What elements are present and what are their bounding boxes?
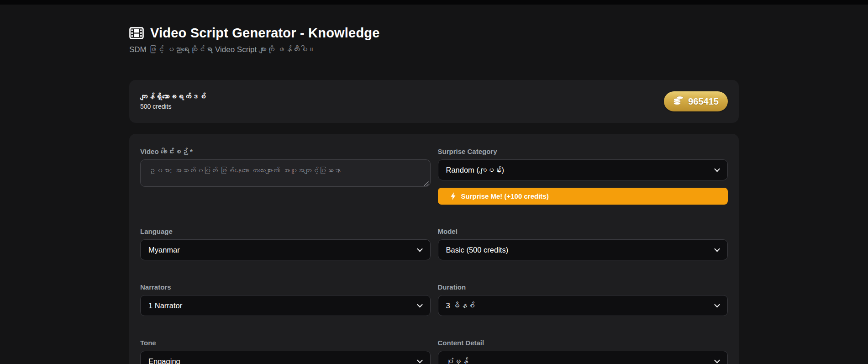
model-select-wrap: Basic (500 credits) <box>438 239 728 260</box>
duration-select-wrap: 3 မိနစ် <box>438 295 728 316</box>
credits-title: ကျန်ရှိသောခရက်ဒစ် <box>140 93 206 101</box>
field-content-detail: Content Detail ပုံမှန် <box>438 339 728 364</box>
credits-info: ကျန်ရှိသောခရက်ဒစ် 500 credits <box>140 93 206 110</box>
duration-select[interactable]: 3 မိနစ် <box>438 295 728 316</box>
page-header: Video Script Generator - Knowledge <box>129 26 739 41</box>
page-title: Video Script Generator - Knowledge <box>150 26 380 41</box>
field-model: Model Basic (500 credits) <box>438 227 728 260</box>
video-title-label: Video ခေါင်းစဉ် * <box>140 148 431 155</box>
credits-balance-badge: 965415 <box>664 91 728 111</box>
video-title-input-wrap <box>140 159 431 189</box>
credits-balance-value: 965415 <box>688 96 719 107</box>
content-detail-select[interactable]: ပုံမှန် <box>438 351 728 364</box>
video-title-input[interactable] <box>140 159 431 187</box>
coins-icon <box>673 95 684 107</box>
field-duration: Duration 3 မိနစ် <box>438 283 728 316</box>
narrators-label: Narrators <box>140 283 431 291</box>
language-select[interactable]: Myanmar <box>140 239 431 260</box>
field-tone: Tone Engaging <box>140 339 431 364</box>
narrators-select[interactable]: 1 Narrator <box>140 295 431 316</box>
field-surprise-category: Surprise Category Random (ကျပန်း) Surpri… <box>438 148 728 205</box>
top-edge-strip <box>0 0 868 5</box>
credits-card: ကျန်ရှိသောခရက်ဒစ် 500 credits 965415 <box>129 80 739 123</box>
surprise-me-button-label: Surprise Me! (+100 credits) <box>461 192 549 200</box>
tone-label: Tone <box>140 339 431 347</box>
page-subtitle: SDM ဖြင့် ပညာရေးဆိုင်ရာ Video Script မျာ… <box>129 45 739 54</box>
generator-form-card: Video ခေါင်းစဉ် * Surprise Category Rand… <box>129 134 739 364</box>
content-detail-label: Content Detail <box>438 339 728 347</box>
language-select-wrap: Myanmar <box>140 239 431 260</box>
form-grid: Video ခေါင်းစဉ် * Surprise Category Rand… <box>140 148 728 364</box>
field-narrators: Narrators 1 Narrator <box>140 283 431 316</box>
field-language: Language Myanmar <box>140 227 431 260</box>
film-icon <box>129 27 144 39</box>
tone-select[interactable]: Engaging <box>140 351 431 364</box>
field-video-title: Video ခေါင်းစဉ် * <box>140 148 431 189</box>
tone-select-wrap: Engaging <box>140 351 431 364</box>
surprise-category-label: Surprise Category <box>438 148 728 155</box>
duration-label: Duration <box>438 283 728 291</box>
model-label: Model <box>438 227 728 235</box>
narrators-select-wrap: 1 Narrator <box>140 295 431 316</box>
language-label: Language <box>140 227 431 235</box>
credits-subtitle: 500 credits <box>140 103 206 110</box>
lightning-bolt-icon <box>450 192 456 200</box>
content-detail-select-wrap: ပုံမှန် <box>438 351 728 364</box>
model-select[interactable]: Basic (500 credits) <box>438 239 728 260</box>
surprise-category-select[interactable]: Random (ကျပန်း) <box>438 159 728 180</box>
page-container: Video Script Generator - Knowledge SDM ဖ… <box>129 5 739 364</box>
surprise-me-button[interactable]: Surprise Me! (+100 credits) <box>438 188 728 205</box>
surprise-category-select-wrap: Random (ကျပန်း) <box>438 159 728 180</box>
